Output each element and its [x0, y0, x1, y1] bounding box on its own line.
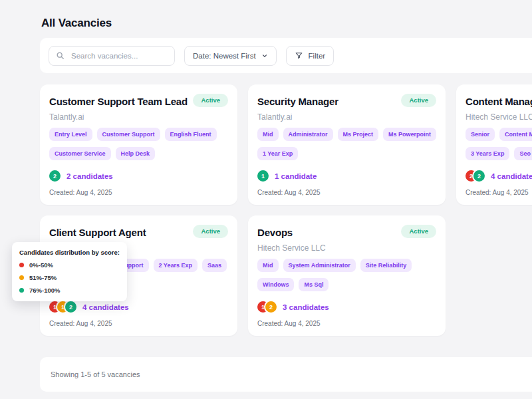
vacancy-title: Customer Support Team Lead [49, 95, 188, 108]
score-distribution-tooltip: Candidates distribution by score: 0%-50%… [12, 242, 127, 301]
status-badge: Active [193, 94, 228, 107]
pagination-bar: Showing 1-5 of 5 vacancies [40, 357, 532, 392]
vacancy-card-header: Content ManagerActive [466, 94, 532, 108]
tag-row: MidAdministratorMs ProjectMs Powerpoint [257, 128, 436, 141]
company-name: Talantly.ai [49, 112, 228, 122]
legend-dot-icon [19, 263, 24, 267]
status-badge: Active [401, 225, 436, 238]
candidates-row[interactable]: 11 candidate [257, 162, 436, 182]
candidates-count-link[interactable]: 3 candidates [283, 303, 329, 311]
legend-label: 51%-75% [29, 274, 57, 281]
score-count-badge: 1 [257, 170, 269, 182]
vacancy-card-header: Customer Support Team LeadActive [49, 94, 228, 108]
tag-row: MidSystem AdministratorSite Reliability [257, 259, 436, 272]
tag-row: SeniorContent Marketing [466, 128, 532, 141]
score-badge-stack[interactable]: 22 [466, 170, 485, 182]
score-badge-stack[interactable]: 112 [49, 301, 76, 313]
tooltip-legend-item: 0%-50% [19, 261, 120, 269]
tag-pill: Customer Support [97, 128, 160, 141]
score-badge-stack[interactable]: 12 [257, 301, 277, 313]
tooltip-title: Candidates distribution by score: [19, 249, 120, 256]
tag-pill: Customer Service [49, 147, 111, 160]
search-input-wrapper[interactable] [49, 46, 175, 66]
vacancy-title: Client Support Agent [49, 226, 146, 239]
tag-pill: Windows [257, 278, 294, 291]
created-date: Created: Aug 4, 2025 [257, 189, 436, 196]
created-date: Created: Aug 4, 2025 [257, 320, 436, 327]
tag-pill: Ms Project [338, 128, 379, 141]
filter-label: Filter [309, 52, 326, 60]
candidates-row[interactable]: 224 candidates [466, 162, 532, 182]
tag-pill: Ms Sql [299, 278, 329, 291]
vacancy-card-header: Security ManagerActive [257, 94, 436, 108]
tag-pill: 2 Years Exp [154, 259, 198, 272]
tooltip-legend-item: 76%-100% [19, 287, 120, 294]
legend-dot-icon [19, 275, 24, 280]
search-input[interactable] [70, 51, 168, 61]
vacancy-card[interactable]: Security ManagerActiveTalantly.aiMidAdmi… [248, 84, 446, 205]
tag-pill: System Administrator [283, 259, 356, 272]
tag-row: Customer ServiceHelp Desk [49, 147, 228, 160]
company-name: Hitech Service LLC [466, 112, 532, 122]
tooltip-legend-item: 51%-75% [19, 274, 120, 281]
tag-pill: 3 Years Exp [466, 147, 509, 160]
vacancy-card-header: Client Support AgentActive [49, 225, 228, 239]
tag-list: Entry LevelCustomer SupportEnglish Fluen… [49, 128, 228, 160]
company-name: Hitech Service LLC [257, 243, 436, 253]
tag-pill: Ms Powerpoint [383, 128, 436, 141]
vacancy-title: Devops [257, 226, 293, 239]
chevron-down-icon [261, 53, 268, 59]
tag-pill: Help Desk [116, 147, 156, 160]
vacancy-card-header: DevopsActive [257, 225, 436, 239]
candidates-row[interactable]: 22 candidates [49, 162, 228, 182]
tag-row: WindowsMs Sql [257, 278, 436, 291]
company-name: Talantly.ai [257, 112, 436, 122]
date-sort-dropdown[interactable]: Date: Newest First [184, 46, 277, 66]
tag-pill: Mid [257, 259, 279, 272]
toolbar: Date: Newest First Filter [40, 38, 532, 73]
score-count-badge: 2 [65, 301, 76, 313]
tag-pill: Mid [257, 128, 279, 141]
tooltip-items: 0%-50%51%-75%76%-100% [19, 261, 120, 294]
status-badge: Active [193, 225, 228, 238]
vacancy-card[interactable]: Content ManagerActiveHitech Service LLCS… [456, 84, 532, 205]
tag-pill: Seo [514, 147, 532, 160]
tag-pill: Entry Level [49, 128, 92, 141]
score-badge-stack[interactable]: 2 [49, 170, 61, 182]
created-date: Created: Aug 4, 2025 [466, 189, 532, 196]
filter-funnel-icon [295, 51, 303, 60]
legend-label: 76%-100% [29, 287, 60, 294]
candidates-count-link[interactable]: 4 candidates [82, 303, 129, 311]
tag-row: 3 Years ExpSeo [466, 147, 532, 160]
candidates-count-link[interactable]: 1 candidate [275, 172, 317, 180]
tag-pill: Content Marketing [499, 128, 532, 141]
tag-list: MidSystem AdministratorSite ReliabilityW… [257, 259, 436, 291]
tag-row: 1 Year Exp [257, 147, 436, 160]
vacancy-card[interactable]: DevopsActiveHitech Service LLCMidSystem … [248, 215, 446, 336]
legend-dot-icon [19, 288, 24, 293]
tag-pill: Saas [202, 259, 227, 272]
vacancy-card[interactable]: Customer Support Team LeadActiveTalantly… [40, 84, 237, 205]
tag-row: Entry LevelCustomer SupportEnglish Fluen… [49, 128, 228, 141]
status-badge: Active [401, 94, 436, 107]
search-icon [56, 51, 65, 60]
candidates-count-link[interactable]: 2 candidates [66, 172, 113, 180]
candidates-count-link[interactable]: 4 candidates [491, 172, 532, 180]
score-count-badge: 2 [473, 170, 485, 182]
tag-pill: 1 Year Exp [257, 147, 298, 160]
legend-label: 0%-50% [29, 261, 53, 269]
score-count-badge: 2 [49, 170, 61, 182]
score-badge-stack[interactable]: 1 [257, 170, 269, 182]
tag-pill: English Fluent [165, 128, 217, 141]
created-date: Created: Aug 4, 2025 [49, 320, 228, 327]
score-count-badge: 2 [265, 301, 277, 313]
page-title: All Vacancies [41, 17, 112, 30]
tag-pill: Administrator [283, 128, 333, 141]
vacancy-title: Security Manager [257, 95, 338, 108]
created-date: Created: Aug 4, 2025 [49, 189, 228, 196]
filter-button[interactable]: Filter [286, 46, 334, 66]
candidates-row[interactable]: 123 candidates [257, 293, 436, 313]
tag-pill: Senior [466, 128, 495, 141]
vacancy-title: Content Manager [466, 95, 532, 108]
tag-list: MidAdministratorMs ProjectMs Powerpoint1… [257, 128, 436, 160]
